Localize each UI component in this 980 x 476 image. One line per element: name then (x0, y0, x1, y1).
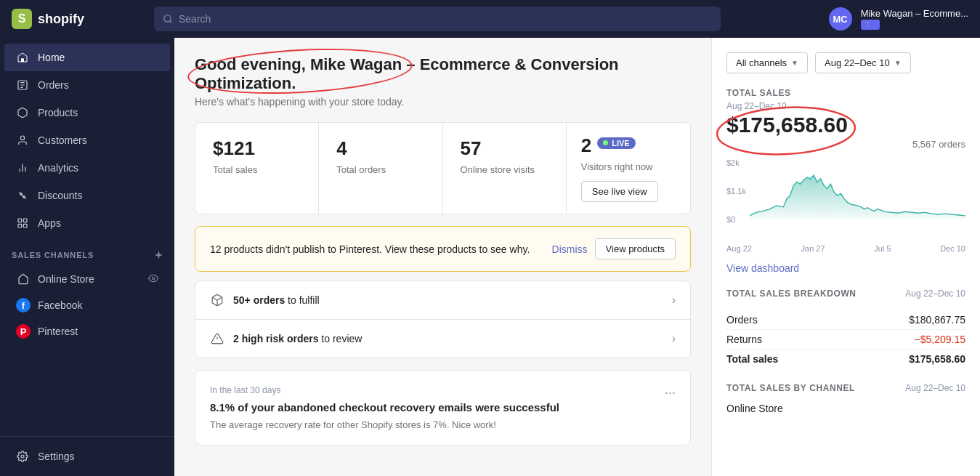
sidebar-item-home[interactable]: Home (4, 44, 170, 71)
search-icon (163, 14, 173, 24)
chevron-right-icon-2: › (672, 332, 676, 345)
view-products-button[interactable]: View products (595, 238, 676, 259)
stats-row: $121 Total sales 4 Total orders 57 Onlin… (195, 122, 691, 214)
facebook-icon: f (16, 298, 31, 312)
chart-svg (750, 158, 965, 219)
task-item-risk[interactable]: 2 high risk orders to review › (195, 320, 690, 358)
sidebar-label-apps: Apps (38, 217, 61, 229)
total-sales-date: Aug 22–Dec 10 (726, 101, 791, 111)
sidebar-item-online-store[interactable]: Online Store (4, 266, 170, 292)
user-store: T... (861, 20, 880, 30)
add-sales-channel-icon[interactable]: + (155, 249, 163, 262)
logo-area: S shopify (12, 9, 142, 29)
sidebar-label-analytics: Analytics (38, 162, 78, 174)
channel-breakdown-section: TOTAL SALES BY CHANNEL Aug 22–Dec 10 Onl… (726, 383, 965, 418)
sidebar-item-customers[interactable]: Customers (4, 126, 170, 154)
greeting-subtext: Here's what's happening with your store … (195, 96, 691, 108)
products-icon (16, 106, 29, 119)
recovery-title: 8.1% of your abandoned checkout recovery… (210, 401, 559, 414)
right-panel: All channels ▼ Aug 22–Dec 10 ▼ TOTAL SAL… (711, 38, 980, 476)
orders-icon (16, 78, 29, 92)
facebook-label: Facebook (38, 299, 82, 311)
alert-text: 12 products didn't publish to Pinterest.… (210, 243, 530, 255)
see-live-button[interactable]: See live view (581, 181, 658, 202)
svg-rect-6 (18, 219, 22, 222)
sidebar-item-settings[interactable]: Settings (4, 443, 170, 470)
main-layout: Home Orders Products Customers Analytics (0, 38, 980, 476)
dismiss-button[interactable]: Dismiss (552, 243, 588, 255)
search-bar[interactable] (154, 7, 721, 31)
chart-x-labels: Aug 22 Jan 27 Jul 5 Dec 10 (726, 244, 965, 253)
sidebar-item-pinterest[interactable]: P Pinterest (4, 318, 170, 344)
settings-label: Settings (38, 451, 75, 462)
date-filter-button[interactable]: Aug 22–Dec 10 ▼ (815, 52, 911, 73)
sidebar-label-customers: Customers (38, 134, 87, 146)
channel-breakdown-date: Aug 22–Dec 10 (905, 383, 965, 393)
search-input[interactable] (179, 13, 712, 25)
content-area: Good evening, Mike Wagan – Ecommerce & C… (174, 38, 711, 476)
stat-card-visits: 57 Online store visits (443, 123, 567, 214)
sidebar-label-products: Products (38, 107, 78, 118)
stat-value-orders: 4 (336, 137, 424, 160)
chevron-right-icon: › (672, 294, 676, 307)
discounts-icon (16, 189, 29, 202)
pinterest-label: Pinterest (38, 326, 78, 337)
breakdown-date: Aug 22–Dec 10 (905, 289, 965, 302)
box-icon (210, 293, 224, 307)
svg-point-3 (20, 136, 24, 140)
warning-icon (210, 331, 224, 346)
chevron-down-icon-2: ▼ (894, 59, 902, 67)
recovery-card: In the last 30 days 8.1% of your abandon… (195, 370, 691, 445)
live-dot (603, 140, 608, 145)
total-orders: 5,567 orders (726, 139, 965, 150)
stat-card-orders: 4 Total orders (319, 123, 442, 214)
breakdown-label: TOTAL SALES BREAKDOWN (726, 289, 857, 299)
greeting-circle-container: Good evening, Mike Wagan – Ecommerce & C… (195, 55, 691, 93)
stat-value-visits: 57 (461, 137, 548, 160)
panel-filters: All channels ▼ Aug 22–Dec 10 ▼ (726, 52, 965, 73)
task-list: 50+ orders to fulfill › 2 high risk orde… (195, 281, 691, 358)
stat-value-total-sales: $121 (213, 137, 301, 160)
stat-card-total-sales: $121 Total sales (195, 123, 319, 214)
top-navigation: S shopify MC Mike Wagan – Ecomme... T... (0, 0, 980, 38)
breakdown-item-returns: Returns −$5,209.15 (726, 330, 965, 350)
total-sales-amount: $175,658.60 (726, 113, 848, 137)
svg-rect-7 (23, 219, 27, 222)
task-text-risk: 2 high risk orders to review (233, 333, 362, 344)
analytics-icon (16, 161, 29, 174)
settings-icon (16, 450, 29, 463)
svg-rect-9 (23, 224, 27, 227)
view-dashboard-link[interactable]: View dashboard (726, 262, 799, 274)
chevron-down-icon: ▼ (791, 59, 798, 67)
sidebar-item-analytics[interactable]: Analytics (4, 154, 170, 182)
sidebar-item-apps[interactable]: Apps (4, 209, 170, 237)
sidebar-item-facebook[interactable]: f Facebook (4, 292, 170, 318)
customers-icon (16, 134, 29, 147)
greeting-section: Good evening, Mike Wagan – Ecommerce & C… (195, 55, 691, 108)
date-filter-label: Aug 22–Dec 10 (825, 57, 890, 68)
total-sales-label: TOTAL SALES (726, 88, 791, 98)
channel-filter-label: All channels (736, 57, 787, 68)
channel-filter-button[interactable]: All channels ▼ (726, 52, 808, 73)
task-item-orders[interactable]: 50+ orders to fulfill › (195, 281, 690, 320)
chart-y-labels: $2k $1.1k $0 (726, 158, 746, 224)
stat-card-live: 2 LIVE Visitors right now See live view (567, 123, 690, 214)
nav-right: MC Mike Wagan – Ecomme... T... (829, 7, 968, 31)
recovery-menu-icon[interactable]: ··· (665, 385, 676, 400)
sidebar-item-discounts[interactable]: Discounts (4, 182, 170, 209)
task-text-orders: 50+ orders to fulfill (233, 294, 320, 306)
sidebar-label-discounts: Discounts (38, 190, 82, 201)
home-icon (16, 51, 29, 64)
breakdown-item-total: Total sales $175,658.60 (726, 350, 965, 368)
user-info: Mike Wagan – Ecomme... T... (861, 8, 968, 30)
sidebar-item-orders[interactable]: Orders (4, 71, 170, 99)
stat-label-total-sales: Total sales (213, 164, 301, 175)
visibility-icon[interactable] (148, 273, 158, 286)
channel-item-online-store: Online Store (726, 399, 965, 418)
greeting-heading: Good evening, Mike Wagan – Ecommerce & C… (195, 55, 691, 93)
svg-point-10 (152, 277, 155, 280)
alert-actions: Dismiss View products (552, 238, 676, 259)
sidebar-item-products[interactable]: Products (4, 99, 170, 126)
svg-rect-8 (18, 224, 22, 227)
live-badge: LIVE (597, 137, 635, 149)
